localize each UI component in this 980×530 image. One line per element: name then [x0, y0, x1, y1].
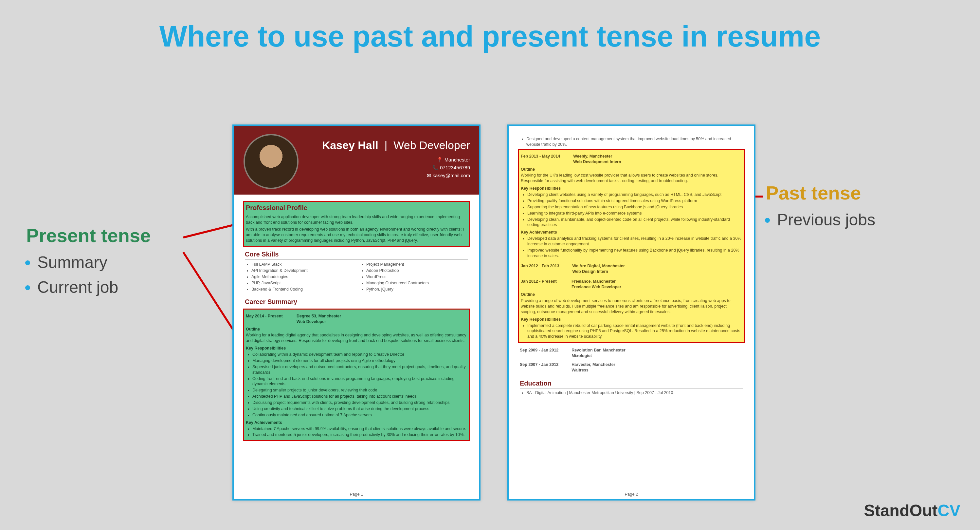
past-jobs-highlight: Feb 2013 - May 2014 Weebly, Manchester W… — [518, 149, 745, 343]
contact-email: kasey@mail.com — [433, 172, 470, 178]
slide-title: Where to use past and present tense in r… — [0, 20, 980, 53]
skills-left: Full LAMP Stack API Integration & Develo… — [251, 262, 353, 292]
resume-name-line: Kasey Hall | Web Developer — [322, 139, 470, 152]
job-title: Web Developer — [297, 319, 326, 324]
resp-item: Using creativity and technical skillset … — [252, 406, 467, 412]
job-dates: Sep 2007 - Jan 2012 — [520, 362, 558, 373]
resp-item: Continuously maintained and ensured upti… — [252, 412, 467, 418]
job-company: We Are Digital, Manchester — [572, 264, 625, 268]
present-item: Current job — [37, 278, 183, 297]
job-head: Sep 2009 - Jan 2012 Revolution Bar, Manc… — [520, 348, 743, 359]
page-number: Page 1 — [234, 492, 479, 496]
ach-item: Improved website functionality by implem… — [527, 247, 742, 259]
resp-item: Supporting the implementation of new fea… — [527, 204, 742, 210]
education-list: BA - Digital Animation | Manchester Metr… — [527, 390, 743, 396]
resume-header: Kasey Hall | Web Developer 📍 Manchester … — [234, 126, 479, 195]
career-title: Career Summary — [245, 297, 468, 307]
job-company: Harvester, Manchester — [571, 362, 615, 367]
resume-contacts: 📍 Manchester 📞 07123456789 ✉ kasey@mail.… — [427, 156, 470, 179]
ach-label: Key Achievements — [521, 230, 742, 235]
outline-text: Working for the UK's leading low cost we… — [521, 172, 742, 184]
resume-name: Kasey Hall — [322, 139, 379, 151]
resume-role: Web Developer — [393, 139, 470, 151]
resp-label: Key Responsibilities — [246, 346, 467, 351]
job-head: Jan 2012 - Feb 2013 We Are Digital, Manc… — [521, 263, 742, 275]
job-company: Degree 53, Manchester — [297, 314, 341, 318]
brand-name: StandOut — [864, 501, 938, 520]
avatar — [243, 134, 299, 189]
continued-ach-list: Designed and developed a content managem… — [527, 136, 743, 147]
resp-list: Collaborating within a dynamic developme… — [252, 352, 467, 418]
resp-item: Delegating smaller projects to junior de… — [252, 388, 467, 393]
resume-page-2: Designed and developed a content managem… — [508, 125, 756, 501]
resp-item: Discussing project requirements with cli… — [252, 400, 467, 405]
job-title: Web Development Intern — [573, 160, 621, 164]
job-title: Waitress — [571, 368, 589, 372]
resp-item: Developing clean, maintainable, and obje… — [527, 217, 742, 228]
outline-label: Outline — [521, 292, 742, 297]
job-title: Mixologist — [571, 353, 592, 358]
brand-suffix: CV — [938, 501, 960, 520]
job-dates: Jan 2012 - Feb 2013 — [521, 263, 559, 275]
job-head: Sep 2007 - Jan 2012 Harvester, Mancheste… — [520, 362, 743, 373]
ach-list: Maintained 7 Apache servers with 99.9% a… — [252, 426, 467, 438]
profile-highlight: Professional Profile Accomplished web ap… — [243, 201, 470, 247]
job-title: Freelance Web Developer — [571, 285, 621, 289]
resume-page-1: Kasey Hall | Web Developer 📍 Manchester … — [232, 125, 480, 501]
resp-list: Implemented a complete rebuild of car pa… — [527, 323, 742, 340]
resp-item: Coding front-end and back-end solutions … — [252, 376, 467, 387]
skill: Managing Outsourced Contractors — [366, 280, 468, 286]
job-head: May 2014 - Present Degree 53, Manchester… — [246, 313, 467, 325]
brand-logo: StandOutCV — [864, 501, 960, 520]
resp-item: Managing development elements for all cl… — [252, 358, 467, 364]
skills-right: Project Management Adobe Photoshop WordP… — [366, 262, 468, 292]
resume-body: Professional Profile Accomplished web ap… — [234, 195, 479, 441]
present-item: Summary — [37, 253, 183, 272]
profile-title: Professional Profile — [246, 203, 467, 213]
skill: Project Management — [366, 262, 468, 267]
resp-label: Key Responsibilities — [521, 186, 742, 191]
contact-location: Manchester — [444, 157, 470, 163]
resp-item: Implemented a complete rebuild of car pa… — [527, 323, 742, 340]
resume-body: Designed and developed a content managem… — [509, 126, 754, 396]
job-dates: May 2014 - Present — [246, 313, 283, 325]
education-item: BA - Digital Animation | Manchester Metr… — [527, 390, 743, 396]
skill: API Integration & Development — [251, 268, 353, 273]
skill: Adobe Photoshop — [366, 268, 468, 273]
job-dates: Feb 2013 - May 2014 — [521, 153, 560, 165]
outline-text: Working for a leading digital agency tha… — [246, 332, 467, 343]
job-head: Jan 2012 - Present Freelance, Manchester… — [521, 279, 742, 290]
contact-phone: 07123456789 — [440, 165, 470, 170]
ach-label: Key Achievements — [246, 420, 467, 426]
past-heading: Past tense — [766, 182, 930, 204]
present-tense-annotation: Present tense Summary Current job — [26, 224, 183, 303]
resp-item: Developing client websites using a varie… — [527, 192, 742, 198]
job-dates: Jan 2012 - Present — [521, 279, 558, 290]
resp-item: Architected PHP and JavaScript solutions… — [252, 394, 467, 399]
job-company: Weebly, Manchester — [573, 154, 612, 158]
outline-label: Outline — [246, 327, 467, 332]
resp-item: Providing quality functional solutions w… — [527, 198, 742, 204]
present-heading: Present tense — [26, 224, 183, 246]
skill: PHP, JavaScript — [251, 280, 353, 286]
job-dates: Sep 2009 - Jan 2012 — [520, 348, 558, 359]
skills-columns: Full LAMP Stack API Integration & Develo… — [245, 261, 468, 294]
profile-para: With a proven track record in developing… — [246, 227, 467, 243]
outline-label: Outline — [521, 167, 742, 172]
ach-item: Developed data analytics and tracking sy… — [527, 236, 742, 247]
skill: Backend & Frontend Coding — [251, 287, 353, 292]
skill: Python, jQuery — [366, 287, 468, 292]
ach-item: Designed and developed a content managem… — [527, 136, 743, 147]
resp-item: Collaborating within a dynamic developme… — [252, 352, 467, 358]
page-number: Page 2 — [509, 492, 754, 496]
past-tense-annotation: Past tense Previous jobs — [766, 182, 930, 229]
past-list: Previous jobs — [777, 210, 930, 229]
present-list: Summary Current job — [37, 253, 183, 297]
skill: WordPress — [366, 274, 468, 280]
skill: Full LAMP Stack — [251, 262, 353, 267]
skills-title: Core Skills — [245, 250, 468, 260]
resp-item: Supervised junior developers and outsour… — [252, 364, 467, 375]
skill: Agile Methodologies — [251, 274, 353, 280]
resp-label: Key Responsibilities — [521, 317, 742, 322]
job-company: Revolution Bar, Manchester — [571, 348, 625, 353]
